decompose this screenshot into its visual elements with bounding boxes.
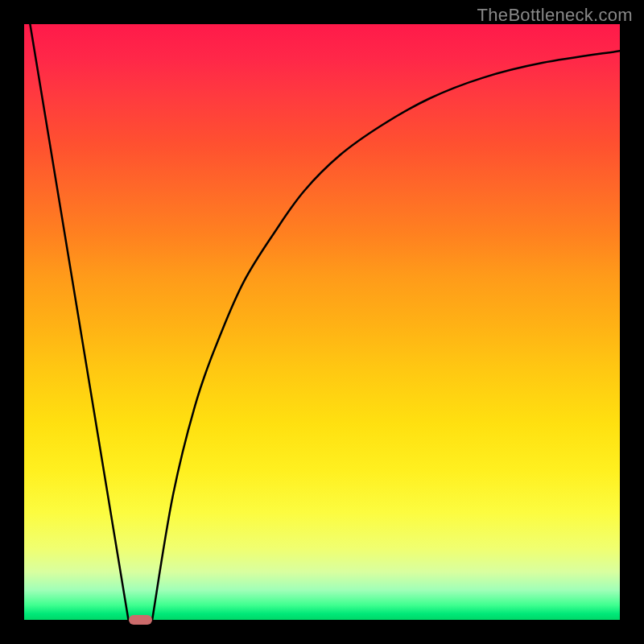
min-marker: [129, 615, 153, 625]
plot-background: [24, 24, 620, 620]
chart-svg: [24, 24, 620, 620]
curve-right: [152, 51, 620, 620]
watermark-text: TheBottleneck.com: [477, 5, 633, 26]
curve-left: [30, 24, 128, 620]
